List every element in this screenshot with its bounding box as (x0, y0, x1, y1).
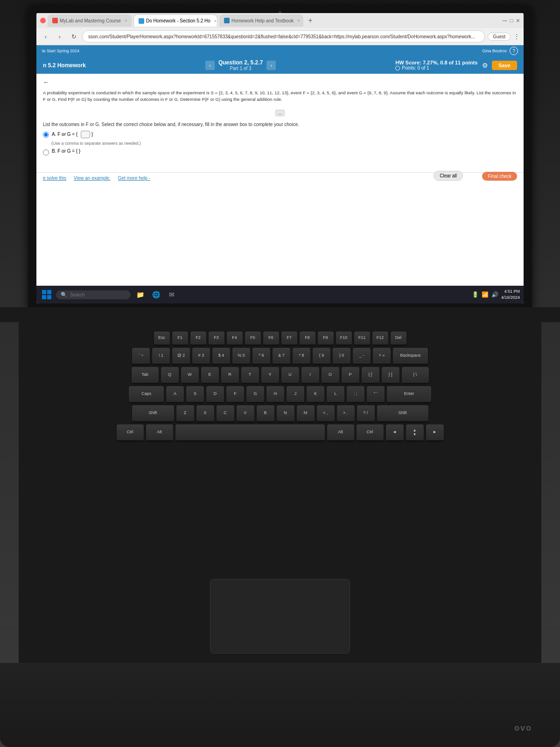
key-rctrl[interactable]: Ctrl (357, 424, 384, 441)
start-menu-btn[interactable] (40, 288, 53, 301)
key-caps[interactable]: Caps (129, 386, 164, 403)
key-t[interactable]: T (241, 367, 259, 384)
key-s[interactable]: S (186, 386, 204, 403)
key-6[interactable]: ^ 6 (252, 348, 270, 365)
key-backspace[interactable]: Backspace (393, 348, 428, 365)
tab-close-mylab[interactable]: × (125, 18, 127, 23)
address-input[interactable] (82, 30, 485, 42)
key-x[interactable]: X (196, 405, 214, 422)
key-rshift[interactable]: Shift (377, 405, 428, 422)
next-question-btn[interactable]: › (266, 61, 276, 70)
key-lshift[interactable]: Shift (132, 405, 174, 422)
taskbar-icon-edge[interactable]: 🌐 (149, 288, 162, 301)
refresh-btn[interactable]: ↻ (68, 31, 79, 42)
option-b-radio[interactable] (43, 149, 49, 155)
key-w[interactable]: W (181, 367, 199, 384)
key-f2[interactable]: F2 (190, 331, 206, 345)
key-f11[interactable]: F11 (354, 331, 370, 345)
key-f3[interactable]: F3 (209, 331, 224, 345)
key-f9[interactable]: F9 (318, 331, 334, 345)
tab-close-homework[interactable]: × (214, 19, 217, 23)
key-p[interactable]: P (342, 367, 359, 384)
key-d[interactable]: D (206, 386, 224, 403)
maximize-btn[interactable]: □ (510, 17, 513, 24)
key-u[interactable]: U (281, 367, 299, 384)
key-b[interactable]: B (257, 405, 274, 422)
solve-this-btn[interactable]: e solve this (43, 176, 66, 181)
tab-help[interactable]: Homework Help and Textbook × (219, 14, 303, 27)
key-4[interactable]: $ 4 (212, 348, 230, 365)
key-f6[interactable]: F6 (263, 331, 279, 345)
key-semicolon[interactable]: : ; (347, 386, 364, 403)
key-1[interactable]: ! 1 (152, 348, 170, 365)
help-icon-btn[interactable]: ? (510, 47, 518, 55)
key-rbracket[interactable]: } ] (382, 367, 399, 384)
key-space[interactable] (175, 424, 325, 441)
key-slash[interactable]: ? / (357, 405, 375, 422)
key-left-arrow[interactable]: ◄ (386, 424, 404, 441)
key-f12[interactable]: F12 (372, 331, 388, 345)
key-f5[interactable]: F5 (245, 331, 261, 345)
key-a[interactable]: A (166, 386, 184, 403)
answer-input-box[interactable] (81, 131, 90, 138)
key-f8[interactable]: F8 (300, 331, 315, 345)
key-5[interactable]: % 5 (232, 348, 250, 365)
menu-btn[interactable]: ⋮ (513, 33, 520, 40)
back-nav-btn[interactable]: ‹ (40, 31, 51, 42)
option-a-radio[interactable] (43, 132, 49, 138)
key-0[interactable]: ) 0 (333, 348, 350, 365)
key-o[interactable]: O (322, 367, 339, 384)
taskbar-search-input[interactable] (70, 292, 126, 297)
key-right-arrow[interactable]: ► (426, 424, 444, 441)
view-example-btn[interactable]: View an example. (74, 176, 111, 181)
key-l[interactable]: L (327, 386, 344, 403)
key-enter[interactable]: Enter (387, 386, 431, 403)
key-lbracket[interactable]: { [ (362, 367, 379, 384)
expand-problem-btn[interactable]: ... (275, 110, 285, 116)
key-f1[interactable]: F1 (172, 331, 188, 345)
close-btn[interactable]: × (516, 17, 520, 24)
minimize-btn[interactable]: ─ (503, 17, 507, 24)
settings-gear-icon[interactable]: ⚙ (482, 62, 488, 69)
taskbar-search-bar[interactable]: 🔍 (56, 290, 131, 299)
key-tab[interactable]: Tab (132, 367, 159, 384)
key-delete[interactable]: Del (391, 331, 406, 345)
key-j[interactable]: J (287, 386, 304, 403)
tab-mylab[interactable]: MyLab and Mastering Course × (48, 14, 132, 27)
key-c[interactable]: C (217, 405, 234, 422)
key-ralt[interactable]: Alt (327, 424, 354, 441)
tab-close-help[interactable]: × (297, 18, 300, 23)
key-i[interactable]: I (301, 367, 319, 384)
tab-homework[interactable]: Do Homework - Section 5.2 Ho × (133, 14, 217, 27)
key-equals[interactable]: + = (373, 348, 391, 365)
key-9[interactable]: ( 9 (313, 348, 330, 365)
key-y[interactable]: Y (261, 367, 279, 384)
clear-all-button[interactable]: Clear all (434, 171, 463, 181)
key-r[interactable]: R (221, 367, 239, 384)
key-comma[interactable]: < , (317, 405, 335, 422)
key-8[interactable]: * 8 (293, 348, 310, 365)
more-help-btn[interactable]: Get more help - (118, 176, 150, 181)
key-7[interactable]: & 7 (273, 348, 290, 365)
window-close-btn[interactable] (40, 18, 46, 23)
taskbar-icon-mail[interactable]: ✉ (165, 288, 178, 301)
key-q[interactable]: Q (161, 367, 179, 384)
touchpad[interactable] (210, 579, 350, 654)
key-minus[interactable]: _ - (353, 348, 371, 365)
key-h[interactable]: H (266, 386, 284, 403)
key-f7[interactable]: F7 (281, 331, 297, 345)
key-period[interactable]: > . (337, 405, 355, 422)
key-v[interactable]: V (237, 405, 254, 422)
key-lalt[interactable]: Alt (146, 424, 173, 441)
key-lctrl[interactable]: Ctrl (117, 424, 144, 441)
forward-nav-btn[interactable]: › (54, 31, 65, 42)
new-tab-button[interactable]: + (305, 15, 315, 26)
key-n[interactable]: N (277, 405, 294, 422)
key-esc[interactable]: Esc (154, 331, 170, 345)
taskbar-icon-file[interactable]: 📁 (133, 288, 147, 301)
back-to-list-btn[interactable]: ← (43, 78, 49, 86)
key-down-arrow[interactable]: ▼ (413, 432, 417, 437)
final-check-button[interactable]: Final check (482, 172, 517, 181)
key-2[interactable]: @ 2 (172, 348, 190, 365)
key-e[interactable]: E (201, 367, 219, 384)
